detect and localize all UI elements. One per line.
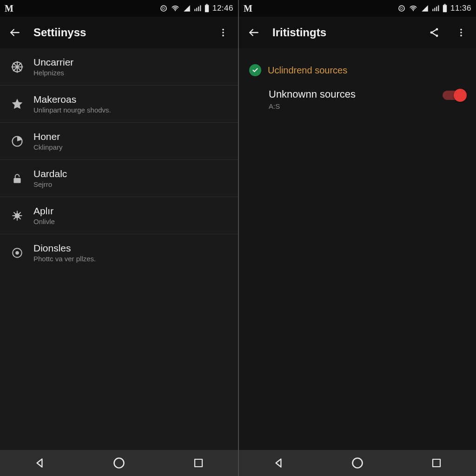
svg-rect-3	[194, 9, 195, 11]
settings-item-makeroas[interactable]: Makeroas Unlinpart nourge shodvs.	[0, 86, 238, 123]
overflow-menu-button[interactable]	[215, 24, 231, 41]
section-title: Uclindrend sources	[268, 65, 347, 76]
page-title: Iritistingts	[272, 26, 326, 39]
overflow-menu-button[interactable]	[453, 24, 469, 41]
svg-point-9	[222, 29, 224, 31]
section-header: Uclindrend sources	[249, 64, 466, 76]
data-saver-icon: D	[397, 4, 406, 13]
carrier-glyph: M	[5, 3, 13, 14]
svg-rect-37	[436, 7, 437, 11]
star-icon	[10, 97, 24, 111]
nav-home-button[interactable]	[348, 454, 367, 472]
svg-rect-8	[206, 4, 207, 5]
svg-line-44	[432, 30, 436, 32]
back-button[interactable]	[245, 24, 262, 41]
settings-item-sub: Unlinpart nourge shodvs.	[33, 106, 111, 114]
wheel-icon	[10, 60, 24, 74]
lock-icon	[10, 172, 24, 185]
data-saver-icon: D	[159, 4, 168, 13]
carrier-glyph: M	[244, 3, 252, 14]
svg-rect-38	[438, 5, 439, 11]
svg-point-29	[15, 251, 19, 255]
setting-unknown-sources[interactable]: Unknownn sources A:S	[249, 88, 466, 110]
nav-recents-button[interactable]	[427, 454, 446, 472]
unknown-sources-toggle[interactable]	[443, 89, 466, 101]
back-button[interactable]	[7, 24, 23, 41]
battery-icon	[442, 4, 448, 13]
battery-icon	[204, 4, 210, 13]
settings-item-sub: Onlivle	[33, 218, 55, 225]
svg-rect-7	[205, 5, 209, 13]
svg-text:D: D	[400, 7, 403, 11]
target-icon	[10, 246, 24, 260]
nav-back-button[interactable]	[269, 454, 288, 472]
timer-icon	[10, 134, 24, 148]
svg-point-11	[222, 35, 224, 37]
settings-item-label: Honer	[33, 131, 63, 142]
settings-item-dionsles[interactable]: Dionsles Phottc va ver pllzes.	[0, 234, 238, 271]
settings-item-uncarrier[interactable]: Uncarrier Helpnizes	[0, 48, 238, 86]
settings-item-label: Uardalc	[33, 168, 67, 179]
check-badge-icon	[249, 64, 261, 76]
svg-line-26	[19, 212, 20, 213]
nav-back-button[interactable]	[30, 454, 49, 472]
signal-bars-icon	[432, 4, 439, 13]
status-bar: M D 11:36	[239, 0, 476, 17]
svg-text:D: D	[162, 7, 165, 11]
svg-rect-18	[13, 178, 20, 183]
svg-rect-31	[195, 459, 202, 467]
settings-content: Uclindrend sources Unknownn sources A:S	[239, 48, 476, 450]
signal-icon	[183, 4, 191, 13]
status-time: 12:46	[212, 4, 233, 13]
svg-point-47	[460, 32, 462, 33]
svg-point-30	[114, 458, 124, 468]
svg-rect-6	[200, 5, 201, 11]
wifi-icon	[409, 4, 418, 13]
settings-item-honer[interactable]: Honer Cklinpary	[0, 123, 238, 160]
bug-icon	[10, 209, 24, 223]
svg-point-49	[353, 458, 363, 468]
svg-rect-35	[432, 9, 433, 11]
app-bar: Settiinyss	[0, 17, 238, 48]
settings-item-aplir[interactable]: Aplır Onlivle	[0, 197, 238, 234]
page-title: Settiinyss	[33, 26, 86, 39]
setting-label: Unknownn sources	[269, 88, 356, 100]
svg-rect-5	[198, 7, 199, 11]
settings-list: Uncarrier Helpnizes Makeroas Unlinpart n…	[0, 48, 238, 450]
svg-point-10	[222, 32, 224, 33]
svg-point-2	[175, 10, 176, 11]
svg-line-24	[14, 212, 15, 213]
settings-item-sub: Sejrro	[33, 180, 67, 188]
settings-item-label: Uncarrier	[33, 57, 73, 68]
settings-item-sub: Phottc va ver pllzes.	[33, 255, 96, 263]
signal-icon	[421, 4, 429, 13]
share-button[interactable]	[426, 24, 443, 41]
status-bar: M D 12:46	[0, 0, 238, 17]
wifi-icon	[171, 4, 180, 13]
nav-home-button[interactable]	[110, 454, 128, 472]
svg-line-25	[19, 217, 20, 218]
setting-sub: A:S	[269, 102, 356, 110]
svg-rect-4	[196, 8, 197, 11]
svg-rect-36	[434, 8, 435, 11]
svg-line-27	[14, 217, 15, 218]
svg-point-48	[460, 35, 462, 37]
status-time: 11:36	[450, 4, 471, 13]
svg-point-34	[413, 10, 414, 11]
settings-item-label: Dionsles	[33, 243, 96, 254]
nav-recents-button[interactable]	[189, 454, 208, 472]
settings-item-sub: Helpnizes	[33, 69, 73, 77]
settings-item-uardalc[interactable]: Uardalc Sejrro	[0, 160, 238, 197]
svg-point-46	[460, 29, 462, 31]
phone-left: M D 12:46	[0, 0, 238, 476]
svg-rect-50	[433, 459, 440, 467]
nav-bar	[239, 450, 476, 476]
svg-rect-39	[443, 5, 447, 13]
svg-rect-40	[444, 4, 445, 5]
settings-item-label: Makeroas	[33, 94, 111, 105]
settings-item-sub: Cklinpary	[33, 143, 63, 151]
app-bar: Iritistingts	[239, 17, 476, 48]
phone-right: M D 11:36	[238, 0, 476, 476]
svg-line-45	[432, 33, 436, 35]
nav-bar	[0, 450, 238, 476]
